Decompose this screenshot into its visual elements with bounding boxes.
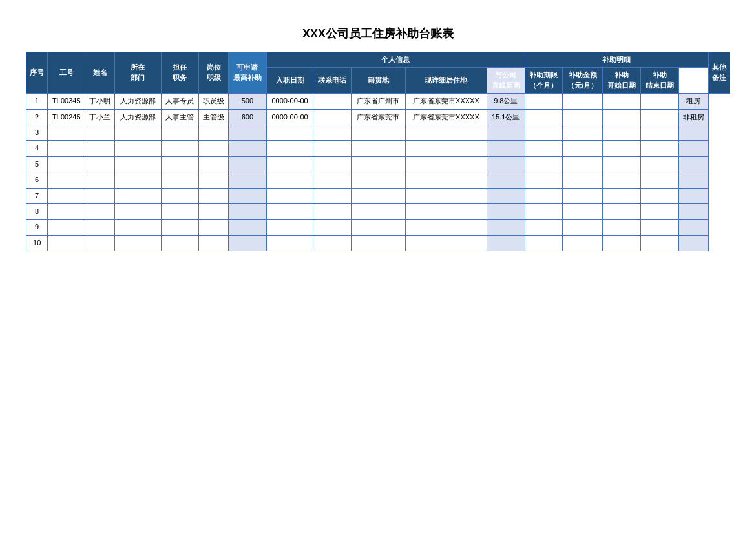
col-phone: 联系电话 [313, 68, 352, 94]
table-cell: 丁小明 [85, 94, 115, 109]
table-cell [603, 203, 641, 219]
table-cell [678, 141, 708, 156]
table-cell [85, 188, 115, 203]
table-cell [229, 203, 267, 219]
table-cell [405, 220, 487, 235]
table-cell: 600 [229, 109, 267, 125]
table-cell [525, 203, 563, 219]
table-cell [85, 220, 115, 235]
col-id: 工号 [48, 52, 85, 94]
table-cell [563, 188, 603, 203]
col-max-subsidy: 可申请最高补助 [229, 52, 267, 94]
table-cell [640, 235, 678, 251]
table-cell [199, 172, 229, 188]
col-level: 岗位职级 [199, 52, 229, 94]
table-cell [525, 94, 563, 109]
table-cell [266, 125, 313, 140]
col-note: 其他备注 [708, 52, 730, 94]
table-cell [563, 172, 603, 188]
table-cell [405, 156, 487, 172]
table-cell: 10 [26, 235, 48, 251]
table-cell [48, 235, 85, 251]
table-cell [563, 125, 603, 140]
table-cell [487, 188, 525, 203]
table-cell: 500 [229, 94, 267, 109]
table-cell: 广东省东莞市 [352, 109, 406, 125]
table-cell [603, 125, 641, 140]
table-cell [525, 235, 563, 251]
table-cell [487, 156, 525, 172]
table-cell [487, 203, 525, 219]
table-cell [405, 125, 487, 140]
table-cell [115, 172, 161, 188]
table-cell [229, 235, 267, 251]
table-cell: 5 [26, 156, 48, 172]
col-name: 姓名 [85, 52, 115, 94]
table-cell [352, 125, 406, 140]
table-cell [487, 141, 525, 156]
table-cell [563, 109, 603, 125]
table-cell [640, 109, 678, 125]
table-cell [678, 220, 708, 235]
table-cell [115, 141, 161, 156]
table-cell [525, 220, 563, 235]
col-amount: 补助金额（元/月） [563, 68, 603, 94]
table-cell: 3 [26, 125, 48, 140]
table-cell [352, 235, 406, 251]
table-cell: 广东省广州市 [352, 94, 406, 109]
table-cell [640, 156, 678, 172]
table-cell [487, 220, 525, 235]
table-cell [352, 141, 406, 156]
table-cell [199, 188, 229, 203]
table-cell [266, 156, 313, 172]
table-cell [266, 141, 313, 156]
col-dept: 所在部门 [115, 52, 161, 94]
table-cell [678, 172, 708, 188]
table-cell: 0000-00-00 [266, 94, 313, 109]
table-cell [640, 220, 678, 235]
table-cell [48, 203, 85, 219]
table-cell [313, 203, 352, 219]
table-cell: 4 [26, 141, 48, 156]
table-cell [405, 188, 487, 203]
table-cell [640, 141, 678, 156]
col-position: 担任职务 [161, 52, 199, 94]
table-cell [199, 125, 229, 140]
table-cell [563, 235, 603, 251]
table-cell: 非租房 [678, 109, 708, 125]
table-cell [525, 172, 563, 188]
table-cell [85, 172, 115, 188]
table-cell [405, 172, 487, 188]
col-address: 现详细居住地 [405, 68, 487, 94]
table-cell [603, 188, 641, 203]
table-cell: 15.1公里 [487, 109, 525, 125]
table-cell [313, 172, 352, 188]
table-cell [678, 125, 708, 140]
table-cell: 0000-00-00 [266, 109, 313, 125]
table-cell [603, 94, 641, 109]
table-cell [640, 188, 678, 203]
table-cell [603, 235, 641, 251]
table-cell [640, 172, 678, 188]
table-cell [48, 188, 85, 203]
table-cell [161, 125, 199, 140]
table-cell: 6 [26, 172, 48, 188]
table-cell [199, 220, 229, 235]
table-cell [229, 141, 267, 156]
table-cell [313, 94, 352, 109]
table-cell [115, 188, 161, 203]
table-cell [487, 125, 525, 140]
table-cell [266, 172, 313, 188]
table-cell [85, 156, 115, 172]
table-cell: 职员级 [199, 94, 229, 109]
main-table: 序号 工号 姓名 所在部门 担任职务 岗位职级 可申请最高补助 个人信息 补助明… [26, 52, 730, 251]
table-cell [563, 94, 603, 109]
table-cell [603, 156, 641, 172]
table-cell [115, 125, 161, 140]
table-cell [525, 156, 563, 172]
table-cell [199, 235, 229, 251]
table-cell: 7 [26, 188, 48, 203]
table-cell [199, 156, 229, 172]
table-cell [352, 172, 406, 188]
table-cell [405, 141, 487, 156]
